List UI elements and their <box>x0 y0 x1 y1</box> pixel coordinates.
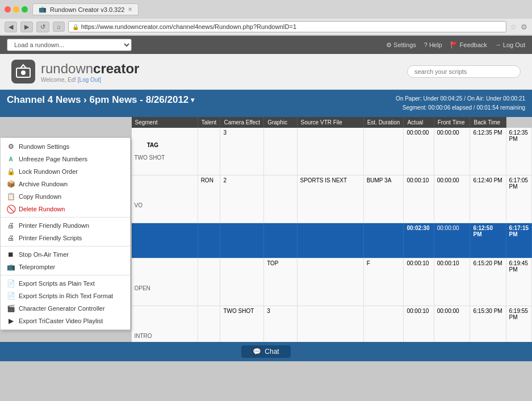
col-header-back: Back Time <box>470 117 506 128</box>
table-header-row: Segment Talent Camera Effect Graphic Sou… <box>132 117 532 128</box>
cell-segment: VO <box>132 176 198 223</box>
channel-title[interactable]: Channel 4 News › 6pm News - 8/26/2012 ▾ <box>7 94 194 106</box>
menu-item-copy[interactable]: 📋 Copy Rundown <box>1 190 130 203</box>
close-dot[interactable] <box>5 6 11 12</box>
stop-icon: ⏹ <box>6 250 15 258</box>
table-row[interactable]: 00:02:30 00:00:00 6:12:50 PM 6:17:15 PM <box>132 223 532 258</box>
menu-label-printer-scripts: Printer Friendly Scripts <box>19 235 82 241</box>
layout-container: ⚙ Rundown Settings A Unfreeze Page Numbe… <box>0 117 532 361</box>
forward-button[interactable]: ▶ <box>20 22 33 32</box>
cell-effect <box>264 223 297 258</box>
cell-talent: RON <box>198 176 220 223</box>
menu-divider-1 <box>1 217 130 218</box>
cell-dur: 00:02:30 <box>404 223 434 258</box>
cell-talent <box>198 258 220 306</box>
home-button[interactable]: ⌂ <box>53 22 65 32</box>
cell-front: 6:12:35 PM <box>470 128 506 176</box>
cell-back: 6:19:45 PM <box>506 258 531 306</box>
channel-header: Channel 4 News › 6pm News - 8/26/2012 ▾ … <box>0 90 532 117</box>
cell-talent <box>198 128 220 176</box>
search-input[interactable] <box>407 65 521 78</box>
dropdown-menu: ⚙ Rundown Settings A Unfreeze Page Numbe… <box>0 137 131 330</box>
channel-title-text: Channel 4 News › 6pm News - 8/26/2012 <box>7 94 188 106</box>
logout-label: Log Out <box>503 41 525 48</box>
table-row[interactable]: VO RON 2 SPORTS IS NEXT BUMP 3A 00:00:10… <box>132 176 532 223</box>
menu-label-printer-rundown: Printer Friendly Rundown <box>19 222 89 229</box>
channel-dropdown-icon[interactable]: ▾ <box>191 96 194 104</box>
char-gen-icon: 🎬 <box>6 304 15 312</box>
main-area: Channel 4 News › 6pm News - 8/26/2012 ▾ … <box>0 90 532 361</box>
browser-tab[interactable]: 📺 Rundown Creator v3.0.322 ✕ <box>32 3 139 15</box>
cell-source <box>363 223 404 258</box>
teleprompter-icon: 📺 <box>6 263 15 271</box>
cell-effect: TOP <box>264 258 297 306</box>
help-action[interactable]: ? Help <box>424 41 442 48</box>
cell-back: 6:17:15 PM <box>506 223 531 258</box>
cell-back: 6:12:35 PM <box>506 128 531 176</box>
help-icon: ? <box>424 41 428 48</box>
maximize-dot[interactable] <box>22 6 28 12</box>
on-paper-text: On Paper: Under 00:04:25 / On Air: Under… <box>396 94 525 103</box>
segment-text: Segment: 00:00:06 elapsed / 00:01:54 rem… <box>396 103 525 112</box>
cell-graphic <box>297 223 363 258</box>
cell-front: 6:12:50 PM <box>470 223 506 258</box>
table-row[interactable]: OPEN TOP F 00:00:10 00:00:10 6:15:20 PM … <box>132 258 532 306</box>
table-scroll[interactable]: Segment Talent Camera Effect Graphic Sou… <box>131 117 532 361</box>
menu-item-archive[interactable]: 📦 Archive Rundown <box>1 178 130 190</box>
table-row[interactable]: TAG TWO SHOT 3 00:00:00 00:00:00 6:12:35… <box>132 128 532 176</box>
logout-action[interactable]: → Log Out <box>495 41 525 48</box>
cell-camera <box>220 258 264 306</box>
settings-action[interactable]: ⚙ Settings <box>386 41 416 49</box>
feedback-icon: 🚩 <box>450 41 458 49</box>
chat-bar-inner[interactable]: 💬 Chat <box>241 345 290 358</box>
cell-talent <box>198 223 220 258</box>
menu-item-tricaster[interactable]: ▶ Export TriCaster Video Playlist <box>1 315 130 327</box>
menu-item-stop-air[interactable]: ⏹ Stop On-Air Timer <box>1 248 130 261</box>
menu-label-export-plain: Export Scripts as Plain Text <box>19 280 95 287</box>
settings-icon: ⚙ <box>6 143 15 151</box>
menu-label-export-rich: Export Scripts in Rich Text Format <box>19 293 113 299</box>
bookmark-icon[interactable]: ☆ <box>510 22 517 31</box>
app-header-bar: Load a rundown... ⚙ Settings ? Help 🚩 Fe… <box>0 36 532 54</box>
menu-item-rundown-settings[interactable]: ⚙ Rundown Settings <box>1 140 130 153</box>
cell-dur: 00:00:10 <box>404 258 434 306</box>
browser-titlebar: 📺 Rundown Creator v3.0.322 ✕ <box>0 0 532 19</box>
logo: rundown creator Welcome, Ed! [Log Out] <box>11 60 139 83</box>
archive-icon: 📦 <box>6 180 15 188</box>
menu-item-printer-rundown[interactable]: 🖨 Printer Friendly Rundown <box>1 219 130 232</box>
minimize-dot[interactable] <box>13 6 19 12</box>
chat-bar[interactable]: 💬 Chat <box>0 342 532 361</box>
menu-item-export-plain[interactable]: 📄 Export Scripts as Plain Text <box>1 277 130 290</box>
cell-actual: 00:00:00 <box>434 223 470 258</box>
feedback-action[interactable]: 🚩 Feedback <box>450 41 487 49</box>
menu-item-lock[interactable]: 🔒 Lock Rundown Order <box>1 165 130 178</box>
refresh-button[interactable]: ↺ <box>36 22 49 32</box>
menu-item-teleprompter[interactable]: 📺 Teleprompter <box>1 261 130 273</box>
rundown-select[interactable]: Load a rundown... <box>7 39 132 51</box>
back-button[interactable]: ◀ <box>5 22 17 32</box>
menu-item-char-gen[interactable]: 🎬 Character Generator Controller <box>1 302 130 315</box>
menu-item-printer-scripts[interactable]: 🖨 Printer Friendly Scripts <box>1 232 130 244</box>
menu-divider-2 <box>1 246 130 247</box>
feedback-label: Feedback <box>460 41 487 48</box>
col-header-graphic: Graphic <box>264 117 297 128</box>
cell-source <box>363 128 404 176</box>
cell-graphic: SPORTS IS NEXT <box>297 176 363 223</box>
menu-item-unfreeze[interactable]: A Unfreeze Page Numbers <box>1 153 130 165</box>
log-out-link[interactable]: [Log Out] <box>78 77 101 83</box>
address-bar[interactable]: 🔒 https://www.rundowncreator.com/channel… <box>68 21 506 32</box>
menu-item-export-rich[interactable]: 📄 Export Scripts in Rich Text Format <box>1 290 130 302</box>
logo-prefix: rundown <box>41 61 93 77</box>
menu-label-teleprompter: Teleprompter <box>19 264 55 270</box>
tab-close-icon[interactable]: ✕ <box>128 6 132 12</box>
cell-front: 6:12:40 PM <box>470 176 506 223</box>
printer-scripts-icon: 🖨 <box>6 234 15 242</box>
cell-back: 6:17:05 PM <box>506 176 531 223</box>
logo-icon <box>11 60 35 83</box>
url-text: https://www.rundowncreator.com/channel4n… <box>81 23 296 30</box>
menu-item-delete[interactable]: 🚫 Delete Rundown <box>1 203 130 215</box>
settings-icon[interactable]: ⚙ <box>521 23 527 31</box>
cell-camera: 2 <box>220 176 264 223</box>
menu-label-stop-air: Stop On-Air Timer <box>19 251 69 258</box>
lock-icon: 🔒 <box>6 168 15 176</box>
